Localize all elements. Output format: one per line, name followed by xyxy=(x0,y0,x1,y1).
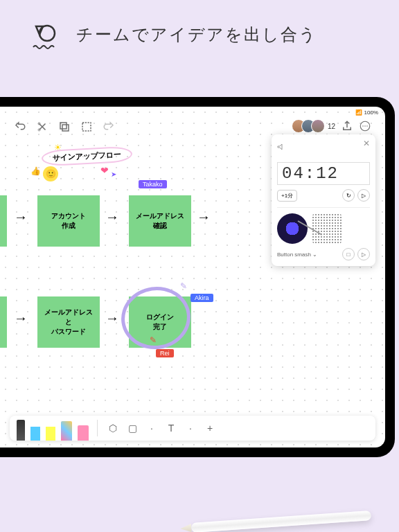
user-cursor-rei: Rei xyxy=(156,349,174,357)
music-player xyxy=(277,207,370,244)
track-selector[interactable]: Button smash ⌄ xyxy=(277,251,317,258)
stop-button[interactable]: □ xyxy=(342,248,355,260)
thumbs-up-sticker[interactable]: 👍 xyxy=(30,166,41,176)
sticky-note[interactable]: メールアドレスと パスワード xyxy=(37,296,100,348)
svg-point-9 xyxy=(366,125,368,127)
svg-point-7 xyxy=(362,125,364,127)
arrow-icon[interactable]: → xyxy=(197,209,211,225)
svg-rect-5 xyxy=(82,123,91,131)
sticky-note[interactable]: イン xyxy=(0,296,7,348)
bottom-toolbar: ⬡ ▢ · T · + xyxy=(10,416,375,441)
undo-button[interactable] xyxy=(14,121,26,133)
add-minute-button[interactable]: +1分 xyxy=(277,190,297,202)
eraser-tool[interactable] xyxy=(78,425,89,441)
sticky-button[interactable]: ▢ xyxy=(125,421,139,435)
pencil-icon: ✎ xyxy=(180,281,187,291)
heart-sticker[interactable]: ❤ xyxy=(100,165,109,176)
sticky-note[interactable]: アカウント 作成 xyxy=(37,195,100,247)
timer-panel[interactable]: ✕ 04:12 +1分 ↻ ▷ Button smash ⌄ □ ▷ xyxy=(272,134,375,266)
wifi-icon: 📶 xyxy=(355,109,362,116)
arrow-icon[interactable]: → xyxy=(105,209,119,225)
top-toolbar-right: 12 xyxy=(296,119,371,133)
vinyl-icon xyxy=(277,213,308,244)
user-cursor-takako: Takako xyxy=(139,180,167,188)
sticky-note[interactable]: メールアドレス 確認 xyxy=(129,195,191,247)
shapes-button[interactable]: ⬡ xyxy=(106,421,120,435)
app-logo-icon xyxy=(28,21,62,48)
close-icon[interactable]: ✕ xyxy=(363,139,370,148)
reset-button[interactable]: ↻ xyxy=(342,189,355,202)
dot-button[interactable]: · xyxy=(145,421,159,435)
pen-tool[interactable] xyxy=(17,420,25,441)
divider xyxy=(97,420,98,436)
speaker-icon xyxy=(312,213,342,244)
dot-button[interactable]: · xyxy=(184,421,197,435)
timer-footer: Button smash ⌄ □ ▷ xyxy=(277,248,370,260)
app-screen: 📶 100% 12 ☀ サインアップフロー 👍 🙂 ❤ xyxy=(0,107,385,447)
sticky-note[interactable]: ップ xyxy=(0,195,7,247)
battery-text: 100% xyxy=(364,109,378,116)
svg-point-8 xyxy=(364,125,366,127)
more-button[interactable] xyxy=(359,120,371,132)
copy-button[interactable] xyxy=(58,121,71,133)
arrow-icon[interactable]: → xyxy=(14,310,28,326)
redo-button[interactable] xyxy=(103,121,115,133)
smiley-sticker[interactable]: 🙂 xyxy=(43,166,58,181)
apple-pencil-prop xyxy=(191,511,371,532)
collaborator-avatars[interactable]: 12 xyxy=(296,119,335,133)
cursor-icon: ➤ xyxy=(111,170,116,178)
top-toolbar-left xyxy=(14,121,115,133)
arrow-icon[interactable]: → xyxy=(105,310,119,326)
user-cursor-akira: Akira xyxy=(190,294,213,302)
arrow-icon[interactable]: → xyxy=(14,209,28,225)
washi-tape-tool[interactable] xyxy=(61,421,72,441)
tablet-frame: 📶 100% 12 ☀ サインアップフロー 👍 🙂 ❤ xyxy=(0,97,395,457)
play-music-button[interactable]: ▷ xyxy=(357,248,370,260)
timer-display: 04:12 xyxy=(277,162,370,185)
svg-rect-4 xyxy=(62,125,69,131)
timer-controls: +1分 ↻ ▷ xyxy=(277,189,370,202)
promo-header: チームでアイデアを出し合う xyxy=(0,0,399,62)
promo-title: チームでアイデアを出し合う xyxy=(76,24,317,46)
play-button[interactable]: ▷ xyxy=(357,189,370,202)
select-button[interactable] xyxy=(80,121,93,133)
avatar-count: 12 xyxy=(328,123,335,130)
share-button[interactable] xyxy=(341,120,353,132)
avatar[interactable] xyxy=(311,119,325,133)
text-button[interactable]: T xyxy=(164,421,178,435)
svg-point-0 xyxy=(39,26,55,41)
svg-rect-3 xyxy=(60,123,66,129)
status-bar: 📶 100% xyxy=(355,109,378,116)
audio-icon xyxy=(277,143,287,150)
pencil-icon: ✎ xyxy=(150,335,157,345)
add-button[interactable]: + xyxy=(203,421,217,435)
highlighter-yellow-tool[interactable] xyxy=(46,421,55,441)
highlighter-blue-tool[interactable] xyxy=(30,421,40,441)
cut-button[interactable] xyxy=(36,121,48,133)
